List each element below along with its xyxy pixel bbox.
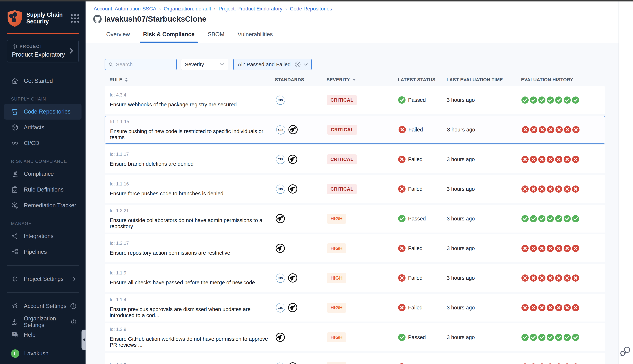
search-input[interactable] — [116, 62, 173, 68]
sidebar-item-code-repositories[interactable]: Code Repositories — [4, 104, 82, 120]
status-text: Passed — [408, 97, 426, 103]
column-evaluation-history: EVALUATION HISTORY — [521, 77, 605, 82]
failed-icon — [398, 244, 406, 252]
sidebar-user[interactable]: L Lavakush — [0, 346, 86, 362]
failed-icon — [398, 126, 406, 134]
passed-icon — [530, 334, 537, 341]
table-row[interactable]: Id: 1.2.9 Ensure GitHub action workflows… — [104, 323, 605, 351]
chevron-right-icon — [69, 48, 74, 54]
sidebar-item-remediation-tracker[interactable]: Remediation Tracker — [0, 198, 86, 213]
passed-icon — [538, 96, 546, 104]
table-row[interactable]: Id: 1.1.9 Ensure all checks have passed … — [104, 264, 605, 292]
status-cell: Failed — [398, 244, 447, 252]
sidebar-item-compliance[interactable]: Compliance — [0, 166, 86, 182]
sidebar-item-pipelines[interactable]: Pipelines — [0, 244, 86, 260]
table-row[interactable]: Id: 1.2.21 Ensure outside collaborators … — [104, 205, 605, 232]
rule-id: Id: 1.1.9 — [110, 270, 275, 276]
evaluation-time: 3 hours ago — [447, 186, 521, 192]
table-row[interactable]: Id: 1.2.17 Ensure repository action perm… — [104, 234, 605, 262]
info-icon[interactable] — [70, 303, 76, 309]
tab-overview[interactable]: Overview — [106, 31, 130, 43]
rule-id: Id: 1.1.5 — [110, 362, 275, 364]
table-row[interactable]: Id: 1.1.5 CIS HIGH Failed 3 hours ago — [104, 353, 605, 364]
passed-icon — [398, 334, 406, 341]
column-rule[interactable]: RULE — [104, 77, 275, 82]
sidebar-item-rule-definitions[interactable]: Rule Definitions — [0, 182, 86, 198]
failed-icon — [530, 126, 538, 134]
passed-icon — [555, 334, 562, 341]
standards-cell: CIS — [275, 154, 327, 164]
breadcrumb-code-repositories[interactable]: Code Repositories — [290, 6, 332, 12]
standards-cell: CIS — [276, 124, 327, 135]
passed-icon — [521, 96, 529, 104]
severity-badge: HIGH — [327, 303, 346, 313]
severity-badge: HIGH — [327, 214, 346, 224]
column-severity[interactable]: SEVERITY — [326, 77, 398, 82]
severity-cell: CRITICAL — [327, 154, 398, 164]
svg-text:?: ? — [13, 333, 15, 336]
sidebar: Supply Chain Security PROJECT Product Ex… — [0, 2, 86, 364]
table-row[interactable]: Id: 1.1.16 Ensure force pushes code to b… — [104, 175, 605, 203]
svg-text:CIS: CIS — [278, 128, 283, 132]
table-row[interactable]: Id: 1.1.17 Ensure branch deletions are d… — [104, 146, 605, 173]
filter-bar: Severity All: Passed and Failed — [104, 58, 618, 70]
rule-table: Id: 4.3.4 Ensure webhooks of the package… — [104, 86, 618, 364]
standards-cell: CIS — [275, 362, 327, 364]
failed-icon — [546, 156, 554, 163]
evaluation-time: 3 hours ago — [447, 216, 521, 222]
failed-icon — [398, 185, 406, 193]
failed-icon — [521, 363, 529, 364]
severity-cell: CRITICAL — [327, 95, 398, 105]
tab-sbom[interactable]: SBOM — [208, 31, 224, 43]
owasp-standard-icon — [288, 124, 298, 135]
clear-filter-icon[interactable] — [294, 61, 301, 68]
sidebar-item-get-started[interactable]: Get Started — [0, 73, 86, 89]
failed-icon — [572, 304, 579, 312]
info-icon[interactable] — [71, 319, 76, 325]
page-header: Account: Automation-SSCA › Organization:… — [86, 2, 633, 43]
gear-icon — [11, 275, 19, 283]
rule-text: Ensure webhooks of the package registry … — [110, 102, 275, 108]
failed-icon — [530, 363, 537, 364]
sidebar-item-cicd[interactable]: CI/CD — [0, 135, 86, 151]
svg-text:CIS: CIS — [278, 158, 283, 161]
evaluation-history — [521, 215, 605, 222]
tab-vulnerabilities[interactable]: Vulnerabilities — [238, 31, 273, 43]
status-filter-chip[interactable]: All: Passed and Failed — [233, 58, 312, 70]
tab-risk-compliance[interactable]: Risk & Compliance — [143, 31, 194, 43]
remediation-tracker-icon — [11, 202, 19, 209]
app-launcher-icon[interactable] — [71, 14, 79, 23]
breadcrumb-account[interactable]: Account: Automation-SSCA — [94, 6, 156, 12]
content-area: Severity All: Passed and Failed RULE STA… — [86, 44, 618, 364]
passed-icon — [555, 215, 562, 222]
sidebar-collapse-handle[interactable] — [82, 330, 86, 350]
table-row[interactable]: Id: 1.1.4 Ensure previous approvals are … — [104, 294, 605, 322]
evaluation-history — [522, 126, 605, 134]
rule-text: Ensure branch deletions are denied — [110, 161, 275, 167]
evaluation-history — [521, 304, 605, 312]
breadcrumb-organization[interactable]: Organization: default — [164, 6, 211, 12]
table-row[interactable]: Id: 4.3.4 Ensure webhooks of the package… — [104, 86, 605, 114]
owasp-standard-icon — [288, 154, 298, 164]
sidebar-item-account-settings[interactable]: Account Settings — [0, 298, 86, 314]
status-text: Passed — [408, 216, 426, 222]
sort-icon — [125, 78, 128, 82]
status-cell: Failed — [398, 304, 447, 312]
sidebar-item-project-settings[interactable]: Project Settings — [0, 271, 86, 287]
collapse-arrow-icon — [83, 338, 85, 342]
breadcrumb-project[interactable]: Project: Product Exploratory — [218, 6, 282, 12]
rule-id: Id: 1.1.16 — [110, 181, 275, 186]
sidebar-item-integrations[interactable]: Integrations — [0, 228, 86, 244]
failed-icon — [538, 304, 546, 312]
table-row[interactable]: Id: 1.1.15 Ensure pushing of new code is… — [104, 116, 605, 144]
column-latest-status: LATEST STATUS — [398, 77, 446, 82]
standards-cell — [275, 243, 327, 254]
sidebar-item-help[interactable]: ? Help — [0, 327, 86, 343]
project-selector[interactable]: PROJECT Product Exploratory — [7, 40, 79, 62]
chat-support-icon[interactable] — [620, 345, 631, 358]
sidebar-item-artifacts[interactable]: Artifacts — [0, 120, 86, 135]
severity-filter[interactable]: Severity — [181, 58, 228, 70]
rule-cell: Id: 4.3.4 Ensure webhooks of the package… — [105, 92, 275, 108]
passed-icon — [521, 334, 529, 341]
project-box-icon — [12, 44, 18, 49]
